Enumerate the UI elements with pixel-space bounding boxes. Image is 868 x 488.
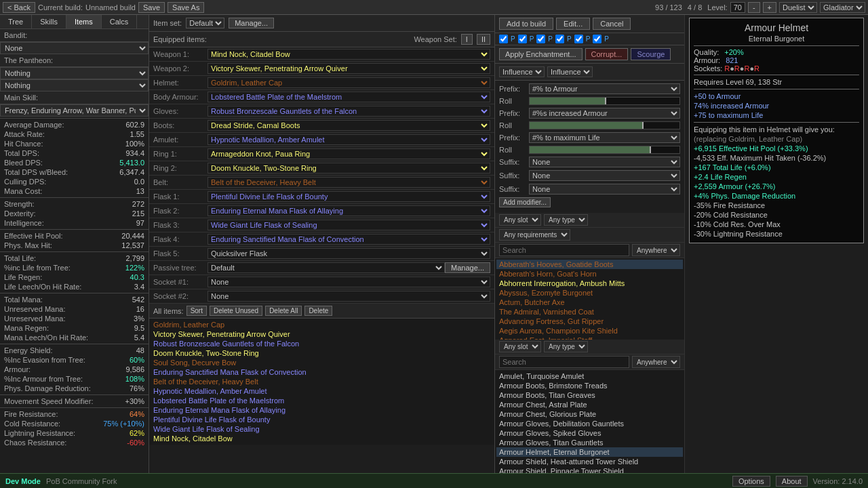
equip-slot-select-11[interactable]: Enduring Eternal Mana Flask of Allaying	[208, 205, 490, 216]
bottom-location-filter[interactable]: Anywhere	[632, 356, 680, 368]
equip-slot-select-7[interactable]: Armageddon Knot, Paua Ring	[208, 148, 490, 159]
delete-unused-button[interactable]: Delete Unused	[210, 306, 262, 316]
pantheon-minor-select[interactable]: Nothing	[0, 79, 149, 92]
list-item[interactable]: Actum, Butcher Axe	[496, 298, 683, 307]
bottom-item-list[interactable]: Amulet, Turquoise AmuletArmour Boots, Br…	[495, 370, 684, 488]
class-select[interactable]: Duelist	[779, 2, 817, 13]
list-item[interactable]: Armour Boots, Brimstone Treads	[496, 381, 683, 390]
list-item[interactable]: Hypnotic Medallion, Amber Amulet	[151, 386, 493, 396]
main-skill-select[interactable]: Frenzy, Enduring Arrow, War Banner, Punc…	[0, 104, 149, 117]
equip-slot-select-3[interactable]: Lobstered Battle Plate of the Maelstrom	[208, 92, 490, 102]
ws-btn-2[interactable]: II	[477, 34, 490, 45]
bottom-type-filter[interactable]: Any type	[544, 341, 588, 352]
ascendancy-select[interactable]: Gladiator	[820, 2, 865, 13]
cb6[interactable]	[593, 35, 601, 43]
cb3[interactable]	[536, 35, 545, 43]
list-item[interactable]: Abberath's Hooves, Goatide Boots	[496, 260, 683, 269]
tab-tree[interactable]: Tree	[0, 15, 32, 28]
save-as-button[interactable]: Save As	[167, 2, 204, 13]
suffix-1-select[interactable]: None	[529, 157, 680, 167]
list-item[interactable]: Amulet, Turquoise Amulet	[496, 371, 683, 381]
list-item[interactable]: Plentiful Divine Life Flask of Bounty	[151, 415, 493, 424]
sort-button[interactable]: Sort	[186, 306, 207, 316]
add-to-build-button[interactable]: Add to build	[499, 18, 553, 30]
list-item[interactable]: Armour Shield, Heat-attuned Tower Shield	[496, 457, 683, 466]
influence-select-2[interactable]: Influence	[547, 66, 593, 77]
suffix-2-select[interactable]: None	[529, 170, 680, 181]
prefix-3-select[interactable]: #% to maximum Life	[529, 132, 680, 143]
socket-2-select[interactable]: None	[208, 291, 490, 302]
list-item[interactable]: Advancing Fortress, Gut Ripper	[496, 317, 683, 326]
apply-enchantment-button[interactable]: Apply Enchantment...	[499, 48, 583, 60]
passive-manage-button[interactable]: Manage...	[445, 262, 490, 273]
level-minus-button[interactable]: -	[748, 2, 760, 13]
top-slot-filter[interactable]: Any slot	[499, 214, 541, 226]
list-item[interactable]: Enduring Sanctified Mana Flask of Convec…	[151, 367, 493, 377]
prefix-2-select[interactable]: #%s increased Armour	[529, 108, 680, 119]
ws-btn-1[interactable]: I	[461, 34, 473, 45]
list-item[interactable]: Armour Helmet, Eternal Burgonet	[496, 447, 683, 457]
equip-slot-select-6[interactable]: Hypnotic Medallion, Amber Amulet	[208, 134, 490, 145]
level-plus-button[interactable]: +	[763, 2, 776, 13]
list-item[interactable]: Robust Bronzescale Gauntlets of the Falc…	[151, 339, 493, 348]
equip-slot-select-4[interactable]: Robust Bronzescale Gauntlets of the Falc…	[208, 106, 490, 117]
list-item[interactable]: The Admiral, Varnished Coat	[496, 307, 683, 317]
bottom-search-input[interactable]	[499, 356, 629, 368]
tab-calcs[interactable]: Calcs	[102, 15, 138, 28]
top-search-input[interactable]	[499, 244, 629, 256]
add-modifier-button[interactable]: Add modifier...	[499, 197, 551, 207]
item-set-select[interactable]: Default	[186, 18, 224, 28]
list-item[interactable]: Armour Gloves, Debilitation Gauntlets	[496, 419, 683, 428]
list-item[interactable]: Lobstered Battle Plate of the Maelstrom	[151, 396, 493, 405]
equip-slot-select-8[interactable]: Doom Knuckle, Two-Stone Ring	[208, 163, 490, 174]
equip-slot-select-14[interactable]: Quicksilver Flask	[208, 248, 490, 259]
tab-skills[interactable]: Skills	[32, 15, 66, 28]
cb5[interactable]	[574, 35, 583, 43]
cb1[interactable]	[499, 35, 508, 43]
back-button[interactable]: < Back	[3, 2, 35, 13]
list-item[interactable]: Doom Knuckle, Two-Stone Ring	[151, 348, 493, 358]
corrupt-button[interactable]: Corrupt...	[585, 48, 629, 60]
list-item[interactable]: Armour Chest, Glorious Plate	[496, 409, 683, 419]
pantheon-major-select[interactable]: Nothing	[0, 67, 149, 79]
edit-button[interactable]: Edit...	[556, 18, 590, 30]
suffix-3-select[interactable]: None	[529, 184, 680, 195]
equip-slot-select-10[interactable]: Plentiful Divine Life Flask of Bounty	[208, 191, 490, 202]
top-req-filter[interactable]: Any requirements	[499, 229, 570, 241]
delete-button[interactable]: Delete	[304, 306, 332, 316]
list-item[interactable]: Abberath's Horn, Goat's Horn	[496, 269, 683, 279]
list-item[interactable]: Soul Song, Decurve Bow	[151, 358, 493, 367]
bandit-select[interactable]: None	[0, 42, 149, 54]
passive-select[interactable]: Default	[208, 262, 445, 273]
equip-slot-select-5[interactable]: Dread Stride, Carnal Boots	[208, 120, 490, 131]
cancel-button[interactable]: Cancel	[593, 18, 631, 30]
list-item[interactable]: Abyssus, Ezomyte Burgonet	[496, 288, 683, 298]
tab-items[interactable]: Items	[66, 15, 102, 28]
list-item[interactable]: Belt of the Deceiver, Heavy Belt	[151, 377, 493, 386]
list-item[interactable]: Armour Gloves, Titan Gauntlets	[496, 438, 683, 447]
item-set-manage-button[interactable]: Manage...	[229, 18, 274, 28]
list-item[interactable]: Armour Chest, Astral Plate	[496, 400, 683, 409]
equip-slot-select-13[interactable]: Enduring Sanctified Mana Flask of Convec…	[208, 234, 490, 245]
list-item[interactable]: Armour Boots, Titan Greaves	[496, 390, 683, 400]
equip-slot-select-9[interactable]: Belt of the Deceiver, Heavy Belt	[208, 177, 490, 188]
top-location-filter[interactable]: Anywhere	[632, 244, 680, 256]
list-item[interactable]: Goldrim, Leather Cap	[151, 320, 493, 329]
list-item[interactable]: Armour Gloves, Spiked Gloves	[496, 428, 683, 438]
about-button[interactable]: About	[776, 476, 808, 487]
prefix-1-select[interactable]: #% to Armour	[529, 83, 680, 94]
list-item[interactable]: Victory Skewer, Penetrating Arrow Quiver	[151, 329, 493, 339]
list-item[interactable]: Mind Nock, Citadel Bow	[151, 434, 493, 443]
influence-select-1[interactable]: Influence	[499, 66, 545, 77]
list-item[interactable]: Aegis Aurora, Champion Kite Shield	[496, 326, 683, 336]
equip-slot-select-12[interactable]: Wide Giant Life Flask of Sealing	[208, 220, 490, 230]
list-item[interactable]: Enduring Eternal Mana Flask of Allaying	[151, 405, 493, 415]
save-button[interactable]: Save	[138, 2, 165, 13]
equip-slot-select-2[interactable]: Goldrim, Leather Cap	[208, 77, 490, 88]
equip-slot-select-0[interactable]: Mind Nock, Citadel Bow	[208, 49, 490, 60]
delete-all-button[interactable]: Delete All	[265, 306, 302, 316]
equip-slot-select-1[interactable]: Victory Skewer, Penetrating Arrow Quiver	[208, 63, 490, 74]
list-item[interactable]: Wide Giant Life Flask of Sealing	[151, 424, 493, 434]
top-type-filter[interactable]: Any type	[544, 214, 588, 226]
cb2[interactable]	[518, 35, 527, 43]
